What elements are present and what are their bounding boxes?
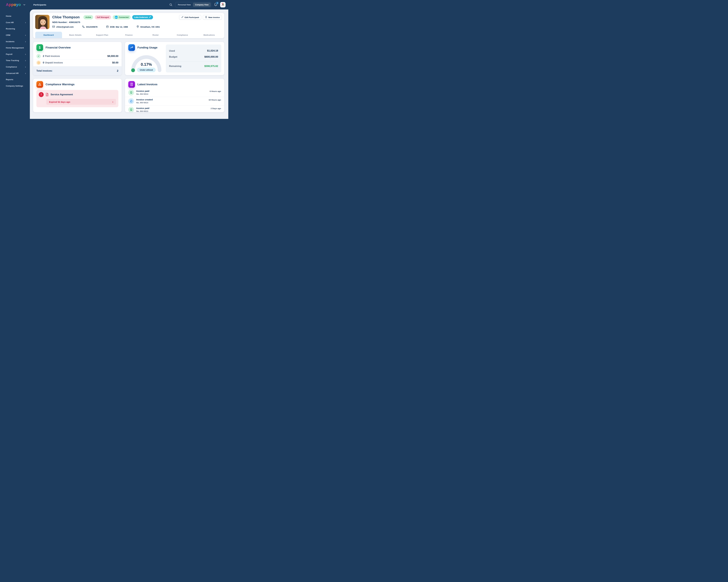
dollar-icon xyxy=(36,44,43,51)
receipt-icon xyxy=(205,16,207,19)
company-view-button[interactable]: Company View xyxy=(193,3,211,7)
sidebar-item-rostering[interactable]: Rostering xyxy=(0,26,30,32)
funding-stats-panel: Used$1,024.18 Budget$600,000.00 Remainin… xyxy=(166,45,221,73)
sidebar-item-compliance[interactable]: Compliance› xyxy=(0,64,30,70)
list-item[interactable]: Invoice paid No. INV-0014 6 Hours ago xyxy=(125,88,224,97)
sidebar-item-advanced-hr[interactable]: Advanced HR› xyxy=(0,70,30,76)
warning-name: Service Agreement xyxy=(51,93,73,96)
notifications-button[interactable]: 3 xyxy=(214,3,217,7)
participant-badges: Active Self Managed xeroConnected Luke A… xyxy=(83,15,153,19)
warning-triangle-icon xyxy=(36,81,43,88)
phone-value: 0412345678 xyxy=(82,25,97,28)
alert-icon: ! xyxy=(39,92,44,97)
funding-usage-card: Funding Usage 0.17% Under-utilized Used$… xyxy=(125,42,224,75)
card-title: Financial Overview xyxy=(46,46,71,49)
page-title: Participants xyxy=(33,3,46,6)
status-badge-self-managed: Self Managed xyxy=(95,15,111,19)
funding-usage-gauge: 0.17% Under-utilized xyxy=(129,53,163,72)
warning-panel: ! Service Agreement Expired 52 days ago … xyxy=(36,90,119,107)
sidebar-item-reports[interactable]: Reports xyxy=(0,76,30,83)
list-item[interactable]: Invoice created No. INV-0014 10 Hours ag… xyxy=(125,97,224,105)
tab-dashboard[interactable]: Dashboard xyxy=(35,32,62,38)
participant-photo xyxy=(35,15,50,29)
participant-tabs: Dashboard Basic Details Support Plan Fin… xyxy=(35,32,223,38)
sidebar-item-crm[interactable]: CRM› xyxy=(0,32,30,38)
bell-icon xyxy=(214,4,217,7)
sidebar-item-home[interactable]: Home xyxy=(0,13,30,19)
location-value: Streatham, VIC 3351 xyxy=(136,25,160,28)
unpaid-amount: $0.00 xyxy=(112,61,119,64)
clock-icon xyxy=(36,60,41,65)
mail-icon xyxy=(52,26,55,28)
card-title: Funding Usage xyxy=(137,46,157,49)
latest-invoices-card: Latest Invoices Invoice paid No. INV-001… xyxy=(125,79,224,112)
paid-amount: $8,000.00 xyxy=(107,55,119,58)
account-avatar[interactable] xyxy=(220,2,226,7)
edit-participant-button[interactable]: Edit Participant xyxy=(179,15,201,20)
new-invoice-button[interactable]: New invoice xyxy=(203,15,222,20)
sidebar: Home Core HR› Rostering CRM› Incidents› … xyxy=(0,9,30,119)
timestamp: 10 Hours ago xyxy=(208,98,221,101)
phone-icon xyxy=(82,25,85,28)
location-pin-icon xyxy=(136,25,139,28)
status-badge-active: Active xyxy=(83,15,93,19)
compliance-warnings-card: Compliance Warnings ! Service Agreement … xyxy=(33,79,122,112)
timestamp: 6 Hours ago xyxy=(210,90,221,92)
budget-row: Budget$600,000.00 xyxy=(169,55,218,58)
topbar: Appoyo Participants Personal View Compan… xyxy=(0,0,228,9)
document-icon xyxy=(46,93,49,96)
dashboard-grid: Financial Overview ✓ 2 Paid invoices $8,… xyxy=(33,42,224,112)
tab-finance[interactable]: Finance xyxy=(115,32,142,38)
card-title: Compliance Warnings xyxy=(46,83,75,86)
invoice-created-icon xyxy=(128,98,134,104)
calendar-icon xyxy=(106,25,109,28)
pencil-icon xyxy=(149,16,151,19)
tab-support-plan[interactable]: Support Plan xyxy=(89,32,115,38)
tab-roster[interactable]: Roster xyxy=(142,32,169,38)
sidebar-item-core-hr[interactable]: Core HR› xyxy=(0,19,30,26)
support-coordinator-badge[interactable]: Luke Anderson xyxy=(132,15,153,19)
tab-basic-details[interactable]: Basic Details xyxy=(62,32,89,38)
search-icon[interactable] xyxy=(169,3,173,6)
chevron-right-icon: › xyxy=(112,100,113,104)
paid-invoices-row: ✓ 2 Paid invoices $8,000.00 xyxy=(33,53,122,59)
chevron-right-icon: › xyxy=(25,34,26,36)
topbar-actions: Personal View Company View 3 xyxy=(169,2,228,7)
participant-contacts: chloe@gmail.com 0412345678 DOB: Mar 12, … xyxy=(52,25,222,28)
pencil-icon xyxy=(181,16,183,19)
notification-count-badge: 3 xyxy=(216,2,219,4)
sidebar-item-company-settings[interactable]: Company Settings xyxy=(0,83,30,89)
main-content: Chloe Thompson Active Self Managed xeroC… xyxy=(30,9,228,119)
invoice-paid-icon xyxy=(128,90,134,95)
xero-connected-badge[interactable]: xeroConnected xyxy=(113,15,131,19)
ndis-number: NDIS Number:439018275 xyxy=(52,21,222,24)
participant-header-card: Chloe Thompson Active Self Managed xeroC… xyxy=(33,13,224,38)
usage-percent: 0.17% xyxy=(129,62,163,67)
personal-view-button[interactable]: Personal View xyxy=(176,3,193,7)
used-row: Used$1,024.18 xyxy=(169,49,218,52)
warning-status-row[interactable]: Expired 52 days ago › xyxy=(46,99,116,105)
sidebar-item-home-management[interactable]: Home Management xyxy=(0,45,30,51)
sidebar-item-incidents[interactable]: Incidents› xyxy=(0,38,30,45)
chevron-right-icon: › xyxy=(25,53,26,55)
receipt-icon xyxy=(128,81,135,88)
xero-icon: xero xyxy=(115,16,118,19)
view-toggle: Personal View Company View xyxy=(175,2,211,7)
usage-status-pill: Under-utilized xyxy=(137,68,156,72)
list-item[interactable]: Invoice paid No. INV-0013 2 Days ago xyxy=(125,105,224,112)
sidebar-item-time-tracking[interactable]: Time Tracking› xyxy=(0,57,30,64)
chevron-down-icon[interactable] xyxy=(23,4,25,6)
chevron-right-icon: › xyxy=(25,65,26,68)
appoyo-a-logo-icon xyxy=(221,2,225,7)
dob-value: DOB: Mar 12, 1988 xyxy=(106,25,128,28)
total-invoices-row: Total invoices: 2 xyxy=(33,66,122,75)
card-title: Latest Invoices xyxy=(137,83,157,86)
tab-medications[interactable]: Medications xyxy=(196,32,223,38)
tab-compliance[interactable]: Compliance xyxy=(169,32,196,38)
gauge-progress-dot xyxy=(131,68,135,72)
participant-info: Chloe Thompson Active Self Managed xeroC… xyxy=(52,15,222,28)
logo-menu[interactable]: Appoyo xyxy=(0,2,30,7)
unpaid-invoices-row: 0 Unpaid invoices $0.00 xyxy=(33,59,122,66)
total-invoices-value: 2 xyxy=(117,69,119,73)
sidebar-item-payroll[interactable]: Payroll› xyxy=(0,51,30,57)
